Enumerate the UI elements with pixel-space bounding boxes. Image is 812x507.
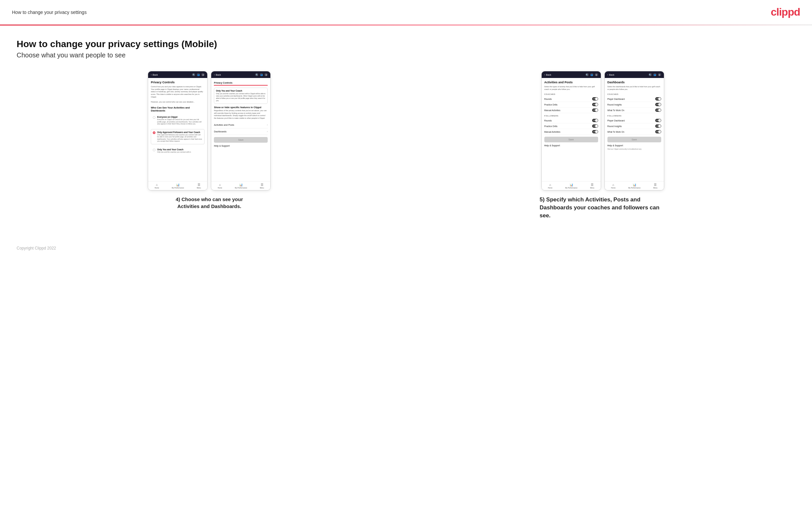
privacy-controls-desc2: However, you can control who can see you… [151, 101, 205, 104]
bottom-tab-home-2[interactable]: ⌂ Home [217, 183, 222, 189]
phone-screen-3: ‹ Back 🔍 👥 ⚙ Activities and Posts Select… [541, 71, 601, 190]
option-everyone-text: Everyone on Clippd Everyone on Clippd ca… [157, 116, 203, 125]
radio-only-you[interactable] [153, 149, 155, 151]
followers-label-4: FOLLOWERS [607, 115, 661, 117]
menu-dashboards[interactable]: Dashboards › [214, 128, 268, 135]
nav-icons-3: 🔍 👥 ⚙ [586, 73, 598, 76]
toggle-coaches-what-to-work[interactable]: What To Work On ON [607, 108, 661, 113]
back-label-4: Back [609, 74, 614, 76]
nav-icons-1: 🔍 👥 ⚙ [192, 73, 205, 76]
people-icon-2: 👥 [260, 73, 263, 76]
save-button-3[interactable]: Save [544, 137, 598, 143]
phone-pair-left: ‹ Back 🔍 👥 ⚙ Privacy Controls Control ho… [148, 71, 271, 190]
search-icon-3: 🔍 [586, 73, 589, 76]
phone-nav-4: ‹ Back 🔍 👥 ⚙ [605, 71, 664, 78]
settings-icon-4: ⚙ [658, 73, 661, 76]
page-breadcrumb: How to change your privacy settings [12, 10, 87, 15]
bottom-tab-menu-3[interactable]: ☰ Menu [590, 183, 595, 189]
bottom-tab-menu-2[interactable]: ☰ Menu [260, 183, 264, 189]
back-label-1: Back [153, 74, 158, 76]
nav-icons-2: 🔍 👥 ⚙ [255, 73, 268, 76]
logo: clippd [771, 6, 800, 18]
people-icon-4: 👥 [653, 73, 657, 76]
bottom-tab-menu-4[interactable]: ☰ Menu [653, 183, 658, 189]
footer: Copyright Clippd 2022 [0, 239, 812, 257]
phone-body-4: Dashboards Select the dashboards that yo… [605, 78, 664, 181]
caption-5: 5) Specify which Activities, Posts and D… [540, 196, 666, 219]
info-bubble: Only You and Your Coach Only you and the… [214, 88, 268, 104]
bottom-tab-perf-3[interactable]: 📊 My Performance [565, 183, 577, 189]
phone-bottom-bar-4: ⌂ Home 📊 My Performance ☰ Menu [605, 181, 664, 190]
help-section-4: Help & Support [607, 144, 661, 147]
activities-desc: Select the types of activity that you'd … [544, 86, 598, 91]
phone-screen-4: ‹ Back 🔍 👥 ⚙ Dashboards Select the dashb… [604, 71, 664, 190]
toggle-coaches-drills[interactable]: Practice Drills ON [544, 102, 598, 108]
save-button-2[interactable]: Save [214, 137, 268, 143]
phone-bottom-bar-1: ⌂ Home 📊 My Performance ☰ Menu [148, 181, 207, 190]
toggle-followers-manual[interactable]: Manual Activities ON [544, 129, 598, 135]
phone-body-1: Privacy Controls Control how you and you… [148, 78, 207, 181]
phone-nav-2: ‹ Back 🔍 👥 ⚙ [211, 71, 270, 78]
nav-icons-4: 🔍 👥 ⚙ [649, 73, 661, 76]
right-screenshot-group: ‹ Back 🔍 👥 ⚙ Activities and Posts Select… [410, 71, 796, 219]
nav-back-2: ‹ Back [214, 74, 221, 76]
bottom-tab-perf-2[interactable]: 📊 My Performance [235, 183, 247, 189]
nav-back-1: ‹ Back [151, 74, 158, 76]
toggle-followers-drills[interactable]: Practice Drills ON [544, 123, 598, 129]
settings-icon: ⚙ [201, 73, 205, 76]
activities-title: Activities and Posts [544, 80, 598, 84]
toggle-followers-player-dash[interactable]: Player Dashboard ON [607, 118, 661, 123]
menu-activities[interactable]: Activities and Posts › [214, 122, 268, 128]
bottom-tab-menu-1[interactable]: ☰ Menu [197, 183, 201, 189]
option-approved-followers[interactable]: Only Approved Followers and Your Coach O… [151, 129, 205, 144]
phone-screen-2: ‹ Back 🔍 👥 ⚙ Privacy Controls [211, 71, 271, 190]
option-approved-text: Only Approved Followers and Your Coach O… [157, 131, 203, 143]
back-arrow-1: ‹ [151, 74, 151, 76]
toggle-coaches-rounds[interactable]: Rounds ON [544, 96, 598, 102]
top-bar: How to change your privacy settings clip… [0, 0, 812, 24]
privacy-tab: Privacy Controls [214, 80, 233, 85]
phone-body-3: Activities and Posts Select the types of… [542, 78, 601, 181]
toggle-followers-round-insights[interactable]: Round Insights ON [607, 123, 661, 129]
search-icon-2: 🔍 [255, 73, 258, 76]
toggle-coaches-round-insights[interactable]: Round Insights ON [607, 102, 661, 108]
screenshots-section: ‹ Back 🔍 👥 ⚙ Privacy Controls Control ho… [16, 71, 796, 219]
coaches-label-4: COACHES [607, 93, 661, 95]
dashboards-title: Dashboards [607, 80, 661, 84]
toggle-followers-rounds[interactable]: Rounds ON [544, 118, 598, 123]
nav-back-3: ‹ Back [544, 74, 551, 76]
followers-label: FOLLOWERS [544, 115, 598, 117]
radio-everyone[interactable] [153, 116, 155, 119]
copyright: Copyright Clippd 2022 [16, 246, 56, 250]
help-section-2: Help & Support [214, 145, 268, 147]
toggle-followers-what-to-work[interactable]: What To Work On ON [607, 129, 661, 135]
save-button-4[interactable]: Save [607, 137, 661, 143]
option-only-you[interactable]: Only You and Your Coach Only you and the… [151, 146, 205, 155]
back-label-3: Back [546, 74, 551, 76]
toggle-coaches-manual[interactable]: Manual Activities ON [544, 108, 598, 113]
main-content: How to change your privacy settings (Mob… [0, 25, 812, 239]
dashboards-desc: Select the dashboards that you'd like to… [607, 86, 661, 91]
radio-approved[interactable] [153, 131, 155, 134]
bottom-tab-perf-4[interactable]: 📊 My Performance [628, 183, 641, 189]
privacy-controls-desc: Control how you and your data appears to… [151, 86, 205, 98]
settings-icon-3: ⚙ [595, 73, 598, 76]
help-section-3: Help & Support [544, 144, 598, 147]
phone-nav-1: ‹ Back 🔍 👥 ⚙ [148, 71, 207, 78]
toggle-coaches-player-dash[interactable]: Player Dashboard ON [607, 96, 661, 102]
bottom-tab-perf-1[interactable]: 📊 My Performance [172, 183, 184, 189]
bottom-tab-home-3[interactable]: ⌂ Home [548, 183, 552, 189]
phone-screen-1: ‹ Back 🔍 👥 ⚙ Privacy Controls Control ho… [148, 71, 208, 190]
bottom-tab-home-1[interactable]: ⌂ Home [154, 183, 159, 189]
bottom-tab-home-4[interactable]: ⌂ Home [611, 183, 615, 189]
nav-back-4: ‹ Back [607, 74, 614, 76]
back-arrow-4: ‹ [607, 74, 608, 76]
who-can-see-label: Who Can See Your Activities and Dashboar… [151, 106, 205, 112]
page-heading: How to change your privacy settings (Mob… [16, 39, 796, 49]
privacy-tab-row: Privacy Controls [214, 80, 268, 86]
people-icon-3: 👥 [590, 73, 594, 76]
people-icon: 👥 [197, 73, 200, 76]
left-screenshot-group: ‹ Back 🔍 👥 ⚙ Privacy Controls Control ho… [16, 71, 402, 210]
option-everyone[interactable]: Everyone on Clippd Everyone on Clippd ca… [151, 114, 205, 127]
feature-title: Show or hide specific features in Clippd [214, 106, 268, 109]
